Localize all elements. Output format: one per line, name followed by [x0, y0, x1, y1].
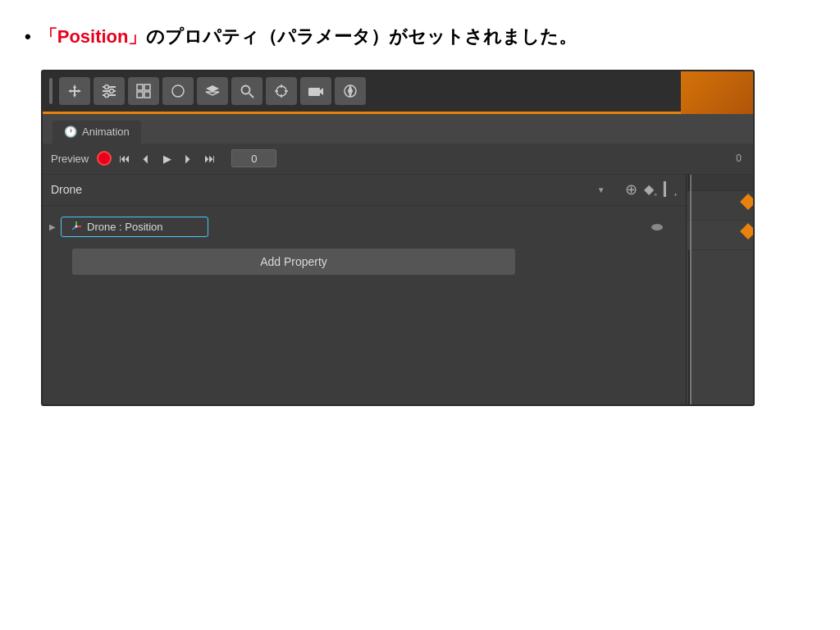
content-area: Drone ▼ ⊕ ◆+ ▎+ ▶ — [43, 175, 753, 404]
compass-tool-button[interactable] — [335, 77, 366, 105]
svg-marker-23 — [320, 88, 323, 95]
animation-tab-label: Animation — [82, 126, 130, 138]
object-name: Drone — [51, 183, 591, 196]
skip-to-end-button[interactable]: ⏭ — [202, 150, 218, 167]
diamond-add-icon[interactable]: ◆+ — [644, 181, 658, 199]
svg-point-12 — [172, 85, 184, 97]
svg-rect-22 — [308, 88, 320, 96]
timeline-track-bg-0 — [687, 191, 753, 221]
svg-rect-10 — [137, 92, 143, 98]
step-forward-button[interactable]: ⏵ — [180, 150, 197, 167]
camera-tool-button[interactable] — [300, 77, 331, 105]
preview-label: Preview — [51, 153, 89, 165]
step-back-button[interactable]: ⏴ — [138, 150, 154, 167]
svg-point-6 — [110, 89, 114, 94]
svg-rect-8 — [137, 84, 143, 90]
record-button[interactable] — [97, 151, 112, 166]
dropdown-arrow-icon[interactable]: ▼ — [597, 185, 605, 194]
play-button[interactable]: ▶ — [159, 151, 176, 167]
sphere-tool-button[interactable] — [162, 77, 194, 105]
top-toolbar — [43, 71, 753, 114]
animation-tab-bar: 🕐 Animation — [43, 114, 753, 144]
layers-tool-button[interactable] — [197, 77, 228, 105]
timeline-ruler — [687, 175, 753, 191]
timeline-track-bg-1 — [687, 221, 753, 250]
header-line: • 「 Position 」 のプロパティ（パラメータ）がセットされました。 — [25, 25, 815, 50]
track-row: ▶ Drone : Position — [43, 212, 686, 242]
preview-row: Preview ⏮ ⏴ ▶ ⏵ ⏭ 0 — [43, 144, 753, 175]
position-word: Position — [57, 25, 129, 50]
animation-tab[interactable]: 🕐 Animation — [52, 121, 141, 144]
header-rest-text: のプロパティ（パラメータ）がセットされました。 — [146, 25, 577, 50]
skip-to-start-button[interactable]: ⏮ — [116, 150, 133, 167]
quote-open: 「 — [39, 25, 57, 50]
add-property-row: Add Property — [43, 242, 686, 281]
clock-icon: 🕐 — [64, 126, 77, 138]
crosshair-tool-button[interactable] — [266, 77, 297, 105]
add-property-button[interactable]: Add Property — [72, 249, 515, 275]
crosshair-target-icon[interactable]: ⊕ — [625, 180, 637, 199]
bar-add-icon[interactable]: ▎+ — [664, 181, 678, 199]
grid-tool-button[interactable] — [128, 77, 159, 105]
page-container: • 「 Position 」 のプロパティ（パラメータ）がセットされました。 — [0, 0, 840, 422]
svg-point-30 — [75, 226, 78, 228]
svg-marker-25 — [349, 86, 352, 91]
svg-point-15 — [242, 86, 250, 94]
svg-marker-13 — [206, 85, 219, 92]
track-label-text: Drone : Position — [87, 221, 163, 233]
search-tool-button[interactable] — [231, 77, 262, 105]
svg-line-16 — [249, 94, 253, 98]
toolbar-divider — [49, 78, 52, 104]
playhead-line — [690, 175, 692, 404]
move-tool-button[interactable] — [59, 77, 90, 105]
svg-marker-0 — [68, 84, 81, 98]
track-expand-icon[interactable]: ▶ — [49, 222, 56, 231]
time-input[interactable] — [231, 149, 276, 167]
position-icon — [70, 220, 83, 234]
left-panel: Drone ▼ ⊕ ◆+ ▎+ ▶ — [43, 175, 687, 404]
object-row: Drone ▼ ⊕ ◆+ ▎+ — [43, 175, 686, 206]
track-area: ▶ Drone : Position — [43, 206, 686, 288]
right-timeline — [687, 175, 753, 404]
timeline-zero: 0 — [736, 153, 745, 164]
track-keyframe-dot — [651, 224, 663, 231]
editor-panel: 🕐 Animation Preview ⏮ ⏴ ▶ ⏵ ⏭ 0 — [41, 70, 755, 406]
orange-viewport — [681, 71, 753, 114]
svg-point-7 — [105, 94, 109, 98]
svg-rect-11 — [144, 92, 150, 98]
svg-marker-14 — [206, 92, 219, 95]
svg-point-5 — [105, 85, 109, 89]
sliders-tool-button[interactable] — [94, 77, 125, 105]
bullet: • — [25, 25, 31, 50]
track-label-box: Drone : Position — [61, 217, 208, 237]
svg-marker-26 — [349, 91, 352, 96]
quote-close: 」 — [128, 25, 146, 50]
svg-rect-9 — [144, 84, 150, 90]
